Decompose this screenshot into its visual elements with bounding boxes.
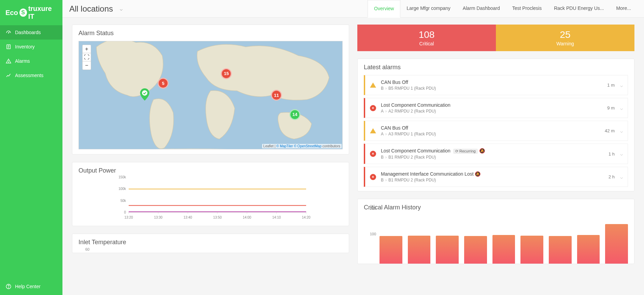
chevron-down-icon: ⌵	[620, 151, 623, 157]
tab-test-proclesis[interactable]: Test Proclesis	[506, 0, 548, 17]
warning-icon	[370, 83, 376, 88]
alarm-time: 42 m	[605, 128, 615, 133]
alarm-path: B›B5 RMPDU 1 (Rack PDU)	[381, 86, 607, 91]
status-summary: 108 Critical 25 Warning	[357, 25, 634, 51]
critical-icon	[370, 174, 376, 180]
map-zoom-in[interactable]: +	[83, 45, 91, 53]
map-marker-ok[interactable]	[140, 88, 149, 101]
history-bar[interactable]	[577, 235, 600, 264]
bar-ylabel: 200	[370, 206, 376, 210]
warning-icon	[370, 128, 376, 133]
critical-history-card: Critical Alarm History 100200	[357, 199, 634, 264]
svg-text:13:30: 13:30	[154, 216, 162, 219]
svg-point-0	[8, 33, 9, 33]
brand-pre: Eco	[5, 9, 18, 17]
history-bar[interactable]	[549, 236, 572, 264]
history-bar[interactable]	[464, 236, 487, 264]
map-pin[interactable]: 11	[271, 90, 282, 101]
inlet-temp-card: Inlet Temperature 60	[72, 234, 349, 253]
critical-history-chart[interactable]: 100200	[364, 212, 628, 264]
svg-text:13:20: 13:20	[124, 216, 133, 219]
alarm-title: Lost Component Communication	[381, 102, 607, 108]
inlet-temp-y0: 60	[78, 247, 343, 251]
output-power-title: Output Power	[78, 167, 343, 174]
history-bar[interactable]	[436, 236, 459, 264]
chevron-down-icon: ⌵	[120, 6, 123, 12]
critical-icon	[370, 151, 376, 157]
alarm-row[interactable]: Lost Component CommunicationA›A2 RMPDU 2…	[364, 98, 628, 118]
map-pin[interactable]: 5	[158, 78, 169, 89]
alarm-time: 1 h	[609, 151, 615, 157]
sidebar-item-label: Dashboards	[15, 30, 41, 35]
map-fullscreen[interactable]: ⛶	[83, 53, 91, 61]
svg-point-4	[9, 287, 9, 288]
brand-post: truxure IT	[28, 5, 57, 20]
sidebar-item-inventory[interactable]: Inventory	[0, 40, 62, 54]
critical-count: 108	[362, 29, 491, 40]
alarm-time: 2 h	[609, 174, 615, 179]
tab-more-[interactable]: More...	[610, 0, 637, 17]
alarm-path: A›A2 RMPDU 2 (Rack PDU)	[381, 109, 607, 114]
alarm-row[interactable]: Management Interface Communication Lost …	[364, 167, 628, 187]
topbar: All locations ⌵ OverviewLarge Mfgr compa…	[62, 0, 644, 18]
alarm-path: B›B1 RMPDU 2 (Rack PDU)	[381, 178, 609, 182]
svg-text:14:00: 14:00	[243, 216, 251, 219]
tab-rack-pdu-energy-us-[interactable]: Rack PDU Energy Us...	[548, 0, 610, 17]
brand-logo: Eco S truxure IT	[0, 0, 62, 25]
alarm-row[interactable]: CAN Bus OffB›B5 RMPDU 1 (Rack PDU)1 m⌵	[364, 75, 628, 95]
tab-alarm-dashboard[interactable]: Alarm Dashboard	[457, 0, 506, 17]
alarm-title: Management Interface Communication Lost …	[381, 171, 609, 177]
warning-status-box[interactable]: 25 Warning	[496, 25, 634, 51]
location-selector[interactable]: All locations ⌵	[69, 4, 123, 14]
alarm-status-card: Alarm Status +	[72, 25, 349, 154]
chevron-down-icon: ⌵	[620, 83, 623, 88]
tab-overview[interactable]: Overview	[368, 0, 400, 18]
output-power-chart[interactable]: 050k100k150k13:2013:3013:4013:5014:0014:…	[78, 176, 343, 220]
sidebar-item-label: Inventory	[15, 44, 35, 49]
svg-text:0: 0	[124, 210, 126, 214]
tab-large-mfgr-company[interactable]: Large Mfgr company	[400, 0, 456, 17]
inlet-temp-title: Inlet Temperature	[78, 239, 343, 246]
alarm-title: CAN Bus Off	[381, 79, 607, 85]
critical-status-box[interactable]: 108 Critical	[357, 25, 496, 51]
alarm-time: 1 m	[607, 83, 615, 88]
chevron-down-icon: ⌵	[620, 174, 623, 180]
map-zoom-out[interactable]: −	[83, 61, 91, 70]
critical-history-title: Critical Alarm History	[364, 204, 628, 211]
history-bar[interactable]	[408, 236, 431, 264]
sidebar-item-dashboards[interactable]: Dashboards	[0, 25, 62, 40]
svg-text:150k: 150k	[118, 176, 126, 179]
tabs: OverviewLarge Mfgr companyAlarm Dashboar…	[368, 0, 637, 17]
help-link[interactable]: Help Center	[0, 278, 62, 295]
svg-text:100k: 100k	[118, 187, 126, 191]
svg-text:13:50: 13:50	[213, 216, 221, 219]
svg-text:50k: 50k	[120, 199, 126, 203]
svg-text:14:20: 14:20	[302, 216, 310, 219]
history-bar[interactable]	[520, 236, 543, 264]
sidebar-item-assessments[interactable]: Assessments	[0, 68, 62, 83]
output-power-card: Output Power 050k100k150k13:2013:3013:40…	[72, 162, 349, 226]
inventory-icon	[5, 44, 12, 50]
sidebar-item-alarms[interactable]: Alarms	[0, 54, 62, 68]
svg-point-6	[142, 90, 147, 95]
map-pin[interactable]: 14	[289, 109, 300, 120]
world-map[interactable]: + ⛶ − 5151114 Leaflet | © MapTiler © Ope…	[78, 41, 343, 149]
critical-label: Critical	[362, 41, 491, 46]
recurring-badge: ⟳ Recurring	[453, 149, 478, 154]
history-bar[interactable]	[492, 235, 515, 264]
alarms-icon	[5, 58, 12, 64]
latest-alarms-card: Latest alarms CAN Bus OffB›B5 RMPDU 1 (R…	[357, 59, 634, 191]
map-pin[interactable]: 15	[221, 68, 232, 79]
brand-icon: S	[19, 9, 27, 17]
history-bar[interactable]	[380, 236, 402, 264]
warning-label: Warning	[501, 41, 630, 46]
alarm-row[interactable]: Lost Component Communication⟳ Recurring …	[364, 144, 628, 164]
sidebar-item-label: Assessments	[15, 73, 43, 78]
help-icon	[5, 283, 12, 290]
alarm-row[interactable]: CAN Bus OffA›A3 RMPDU 1 (Rack PDU)42 m⌵	[364, 121, 628, 141]
history-bar[interactable]	[605, 224, 628, 264]
latest-alarms-title: Latest alarms	[364, 64, 628, 71]
help-label: Help Center	[15, 284, 41, 289]
chevron-down-icon: ⌵	[620, 105, 623, 111]
dashboard-icon	[5, 29, 12, 35]
